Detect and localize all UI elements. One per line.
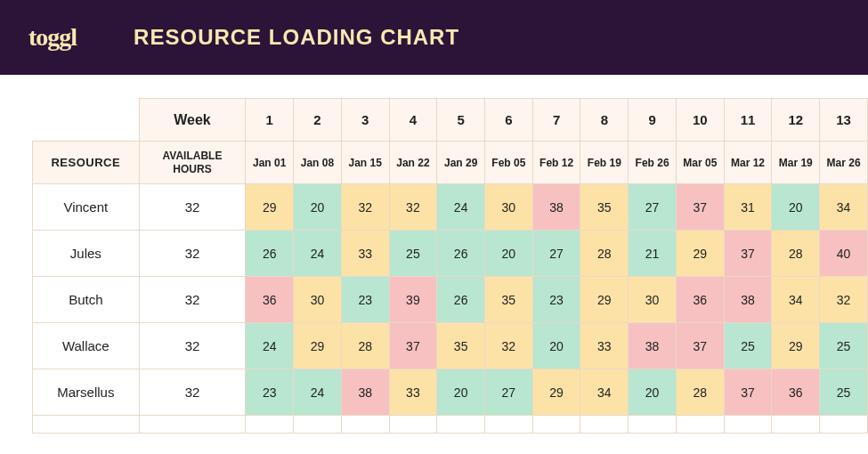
- empty-cell: [724, 416, 772, 434]
- empty-cell: [772, 416, 820, 434]
- hours-cell: 39: [389, 277, 437, 323]
- week-num: 6: [485, 99, 533, 142]
- table-body: Vincent3229203232243038352737312034Jules…: [33, 184, 868, 434]
- week-num: 2: [294, 99, 342, 142]
- hours-cell: 20: [532, 323, 580, 369]
- week-num: 11: [724, 99, 772, 142]
- date-header: Feb 12: [532, 142, 580, 184]
- hours-cell: 33: [580, 323, 629, 369]
- date-row: RESOURCE AVAILABLE HOURS Jan 01 Jan 08 J…: [33, 142, 868, 184]
- hours-cell: 30: [485, 184, 533, 231]
- hours-cell: 23: [341, 277, 389, 323]
- hours-cell: 28: [772, 231, 820, 277]
- empty-cell: [294, 416, 342, 434]
- resource-header: RESOURCE: [33, 142, 140, 184]
- empty-cell: [485, 416, 533, 434]
- hours-cell: 27: [629, 184, 677, 231]
- blank-header: [33, 99, 140, 142]
- resource-name: Marsellus: [33, 369, 140, 416]
- hours-cell: 36: [676, 277, 724, 323]
- hours-cell: 20: [629, 369, 677, 416]
- week-num: 4: [389, 99, 437, 142]
- hours-cell: 34: [772, 277, 820, 323]
- hours-cell: 37: [389, 323, 437, 369]
- week-num: 3: [341, 99, 389, 142]
- hours-cell: 25: [389, 231, 437, 277]
- available-hours-header: AVAILABLE HOURS: [139, 142, 246, 184]
- hours-cell: 35: [437, 323, 485, 369]
- date-header: Jan 08: [294, 142, 342, 184]
- resource-name: Jules: [33, 231, 140, 277]
- hours-cell: 34: [820, 184, 868, 231]
- hours-cell: 20: [437, 369, 485, 416]
- week-label-header: Week: [139, 99, 246, 142]
- week-num: 7: [532, 99, 580, 142]
- table-row-empty: [33, 416, 868, 434]
- table-container: Week 1 2 3 4 5 6 7 8 9 10 11 12 13 RESOU…: [0, 75, 868, 434]
- hours-cell: 38: [629, 323, 677, 369]
- available-hours: 32: [139, 323, 246, 369]
- table-row: Wallace3224292837353220333837252925: [33, 323, 868, 369]
- resource-name: Butch: [33, 277, 140, 323]
- hours-cell: 28: [580, 231, 629, 277]
- hours-cell: 40: [820, 231, 868, 277]
- empty-cell: [676, 416, 724, 434]
- table-row: Vincent3229203232243038352737312034: [33, 184, 868, 231]
- date-header: Mar 12: [724, 142, 772, 184]
- hours-cell: 35: [485, 277, 533, 323]
- app-header: toggl RESOURCE LOADING CHART: [0, 0, 868, 75]
- empty-cell: [629, 416, 677, 434]
- week-num: 1: [246, 99, 294, 142]
- hours-cell: 29: [246, 184, 294, 231]
- table-row: Jules3226243325262027282129372840: [33, 231, 868, 277]
- date-header: Jan 29: [437, 142, 485, 184]
- hours-cell: 23: [246, 369, 294, 416]
- hours-cell: 25: [820, 369, 868, 416]
- hours-cell: 32: [820, 277, 868, 323]
- hours-cell: 36: [772, 369, 820, 416]
- hours-cell: 38: [532, 184, 580, 231]
- week-num: 12: [772, 99, 820, 142]
- hours-cell: 29: [532, 369, 580, 416]
- empty-cell: [437, 416, 485, 434]
- hours-cell: 29: [580, 277, 629, 323]
- empty-cell: [389, 416, 437, 434]
- date-header: Feb 26: [629, 142, 677, 184]
- date-header: Mar 19: [772, 142, 820, 184]
- empty-cell: [820, 416, 868, 434]
- table-row: Marsellus3223243833202729342028373625: [33, 369, 868, 416]
- hours-cell: 20: [485, 231, 533, 277]
- hours-cell: 23: [532, 277, 580, 323]
- empty-cell: [341, 416, 389, 434]
- hours-cell: 26: [437, 231, 485, 277]
- hours-cell: 34: [580, 369, 629, 416]
- empty-cell: [532, 416, 580, 434]
- empty-cell: [246, 416, 294, 434]
- date-header: Feb 05: [485, 142, 533, 184]
- available-hours: 32: [139, 277, 246, 323]
- hours-cell: 37: [676, 184, 724, 231]
- hours-cell: 27: [485, 369, 533, 416]
- hours-cell: 28: [676, 369, 724, 416]
- hours-cell: 29: [294, 323, 342, 369]
- date-header: Mar 26: [820, 142, 868, 184]
- date-header: Jan 22: [389, 142, 437, 184]
- hours-cell: 20: [772, 184, 820, 231]
- hours-cell: 24: [294, 369, 342, 416]
- empty-cell: [580, 416, 629, 434]
- hours-cell: 27: [532, 231, 580, 277]
- hours-cell: 33: [389, 369, 437, 416]
- hours-cell: 30: [294, 277, 342, 323]
- hours-cell: 24: [246, 323, 294, 369]
- hours-cell: 32: [389, 184, 437, 231]
- week-number-row: Week 1 2 3 4 5 6 7 8 9 10 11 12 13: [33, 99, 868, 142]
- hours-cell: 21: [629, 231, 677, 277]
- resource-loading-table: Week 1 2 3 4 5 6 7 8 9 10 11 12 13 RESOU…: [32, 98, 868, 434]
- empty-cell: [139, 416, 246, 434]
- hours-cell: 29: [772, 323, 820, 369]
- available-hours: 32: [139, 231, 246, 277]
- resource-name: Wallace: [33, 323, 140, 369]
- hours-cell: 26: [437, 277, 485, 323]
- available-hours: 32: [139, 369, 246, 416]
- hours-cell: 36: [246, 277, 294, 323]
